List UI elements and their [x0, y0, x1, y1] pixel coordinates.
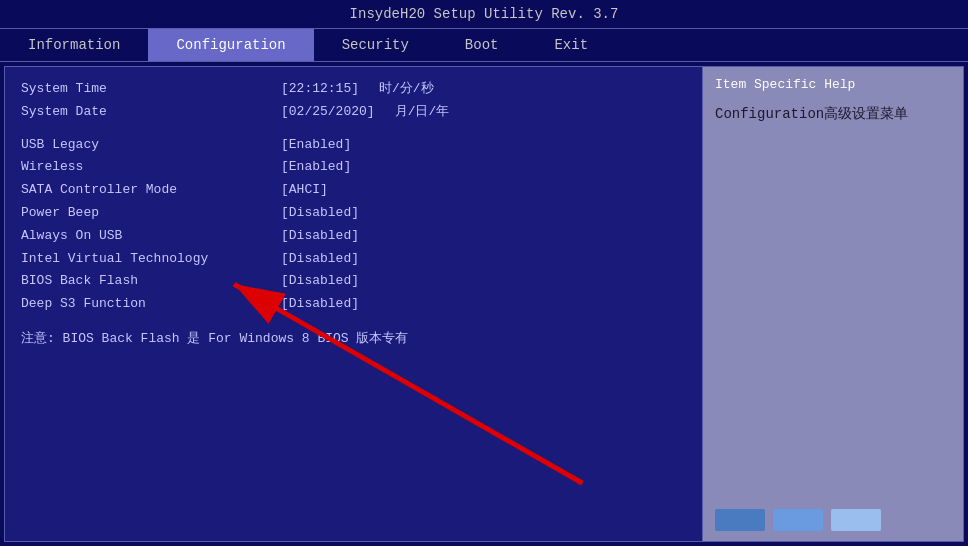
- row-intel-vt[interactable]: Intel Virtual Technology [Disabled]: [21, 249, 686, 270]
- label-always-on-usb: Always On USB: [21, 226, 281, 247]
- nav-bar: Information Configuration Security Boot …: [0, 28, 968, 62]
- label-sata-controller: SATA Controller Mode: [21, 180, 281, 201]
- row-system-time[interactable]: System Time [22:12:15] 时/分/秒: [21, 79, 686, 100]
- nav-item-configuration[interactable]: Configuration: [148, 29, 313, 61]
- label-deep-s3: Deep S3 Function: [21, 294, 281, 315]
- content-area: System Time [22:12:15] 时/分/秒 System Date…: [4, 66, 964, 542]
- unit-system-time: 时/分/秒: [379, 79, 434, 100]
- row-always-on-usb[interactable]: Always On USB [Disabled]: [21, 226, 686, 247]
- bios-container: InsydeH20 Setup Utility Rev. 3.7 Informa…: [0, 0, 968, 546]
- nav-item-exit[interactable]: Exit: [526, 29, 616, 61]
- value-power-beep: [Disabled]: [281, 203, 359, 224]
- value-deep-s3: [Disabled]: [281, 294, 359, 315]
- value-intel-vt: [Disabled]: [281, 249, 359, 270]
- label-wireless: Wireless: [21, 157, 281, 178]
- row-power-beep[interactable]: Power Beep [Disabled]: [21, 203, 686, 224]
- color-block-1: [715, 509, 765, 531]
- value-system-time: [22:12:15]: [281, 79, 359, 100]
- label-intel-vt: Intel Virtual Technology: [21, 249, 281, 270]
- row-system-date[interactable]: System Date [02/25/2020] 月/日/年: [21, 102, 686, 123]
- value-always-on-usb: [Disabled]: [281, 226, 359, 247]
- color-block-2: [773, 509, 823, 531]
- value-usb-legacy: [Enabled]: [281, 135, 351, 156]
- bios-note: 注意: BIOS Back Flash 是 For Windows 8 BIOS…: [21, 329, 686, 347]
- help-bottom-blocks: [715, 499, 951, 531]
- row-wireless[interactable]: Wireless [Enabled]: [21, 157, 686, 178]
- nav-item-security[interactable]: Security: [314, 29, 437, 61]
- title-bar: InsydeH20 Setup Utility Rev. 3.7: [0, 0, 968, 28]
- help-panel: Item Specific Help Configuration高级设置菜单: [703, 67, 963, 541]
- nav-item-information[interactable]: Information: [0, 29, 148, 61]
- label-bios-back-flash: BIOS Back Flash: [21, 271, 281, 292]
- row-bios-back-flash[interactable]: BIOS Back Flash [Disabled]: [21, 271, 686, 292]
- unit-system-date: 月/日/年: [395, 102, 450, 123]
- spacer1: [21, 125, 686, 135]
- help-content: Configuration高级设置菜单: [715, 104, 951, 125]
- value-sata-controller: [AHCI]: [281, 180, 328, 201]
- help-title: Item Specific Help: [715, 77, 951, 92]
- value-wireless: [Enabled]: [281, 157, 351, 178]
- bios-title: InsydeH20 Setup Utility Rev. 3.7: [350, 6, 619, 22]
- row-deep-s3[interactable]: Deep S3 Function [Disabled]: [21, 294, 686, 315]
- color-block-3: [831, 509, 881, 531]
- label-power-beep: Power Beep: [21, 203, 281, 224]
- label-system-date: System Date: [21, 102, 281, 123]
- label-system-time: System Time: [21, 79, 281, 100]
- value-system-date: [02/25/2020]: [281, 102, 375, 123]
- label-usb-legacy: USB Legacy: [21, 135, 281, 156]
- value-bios-back-flash: [Disabled]: [281, 271, 359, 292]
- row-sata-controller[interactable]: SATA Controller Mode [AHCI]: [21, 180, 686, 201]
- nav-item-boot[interactable]: Boot: [437, 29, 527, 61]
- main-panel: System Time [22:12:15] 时/分/秒 System Date…: [5, 67, 703, 541]
- row-usb-legacy[interactable]: USB Legacy [Enabled]: [21, 135, 686, 156]
